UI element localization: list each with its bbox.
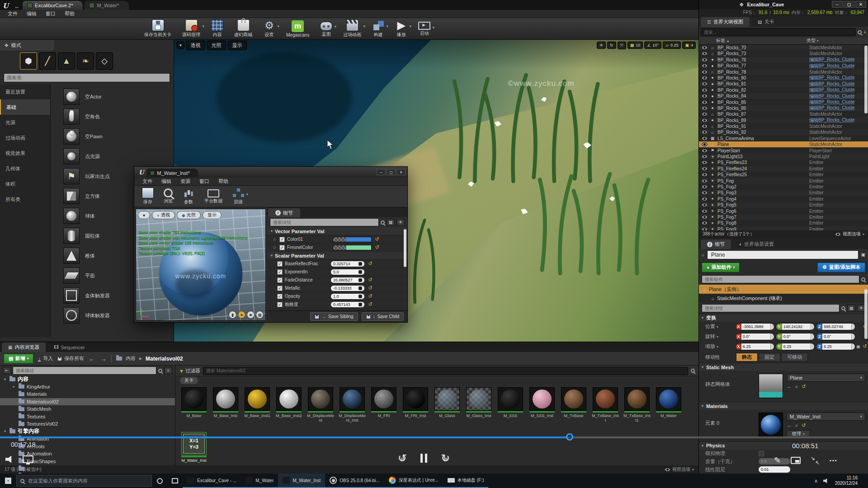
browse-to-icon[interactable]: ⌕ xyxy=(795,384,798,389)
linear-damping-field[interactable]: 0.01 xyxy=(759,466,790,473)
place-actor-item[interactable]: 空角色 xyxy=(51,107,174,127)
viewport-mode-show[interactable]: 显示 xyxy=(228,41,247,50)
table-row[interactable]: ✶ PS_Fireflies25 Emitter xyxy=(699,172,868,178)
tray-volume-icon[interactable] xyxy=(823,479,830,483)
asset-tile[interactable]: M_TxBase_Inst1 xyxy=(623,387,651,422)
visibility-eye-icon[interactable] xyxy=(702,179,708,183)
toolbar-button[interactable]: 浏览 xyxy=(160,188,177,205)
toolbar-button[interactable]: 启动 xyxy=(414,20,434,38)
folder-tree-row[interactable]: ▾ 引擎内容 xyxy=(0,428,175,436)
menu-item[interactable]: 资源 xyxy=(176,178,195,185)
material-details-search-input[interactable] xyxy=(270,218,379,226)
table-row[interactable]: ✶ PS_Fog Emitter xyxy=(699,178,868,183)
transform-row-label[interactable]: 位置 ▾ xyxy=(705,323,735,330)
reset-to-default-icon[interactable]: ↺ xyxy=(374,236,380,242)
details-scrollbar[interactable] xyxy=(864,289,868,339)
blueprint-add-script-button[interactable]: ⚙蓝图/添加脚本 xyxy=(817,263,865,272)
breadcrumb-current[interactable]: Materialsvol02 xyxy=(146,356,183,362)
picture-in-picture-icon[interactable] xyxy=(791,457,801,464)
reset-to-default-icon[interactable]: ↺ xyxy=(367,301,373,307)
tab-levels[interactable]: ▤关卡 xyxy=(751,17,780,27)
table-row[interactable]: ✶ PS_Fireflies23 Emitter xyxy=(699,160,868,165)
toolbar-button[interactable]: 保存当前关卡 xyxy=(140,19,175,39)
tab-sequencer[interactable]: 🎞Sequencer xyxy=(47,343,91,352)
display-filter-eye-icon[interactable]: 👁 xyxy=(396,219,405,226)
back-arrow-icon[interactable]: ← xyxy=(11,3,23,10)
edit-pencil-icon[interactable]: ✎ xyxy=(774,455,781,465)
visibility-eye-icon[interactable] xyxy=(702,155,708,159)
maximize-button[interactable]: ▢ xyxy=(387,169,396,175)
asset-tile[interactable]: M_Base_Inst xyxy=(212,387,240,422)
visibility-eye-icon[interactable] xyxy=(702,82,708,86)
table-row[interactable]: ✶ PS_Fog9 Emitter xyxy=(699,226,868,230)
taskbar-window-button[interactable]: OBS 25.0.8 (64-bi... xyxy=(325,474,384,488)
asset-tile[interactable]: M_TxBase_Inst xyxy=(591,387,619,422)
viewport-options-button[interactable]: ▾ xyxy=(138,211,150,219)
table-row[interactable]: ⌂ BP_Rocks_87 StaticMeshActor xyxy=(699,111,868,117)
toolbar-button[interactable]: 保存 xyxy=(138,187,158,206)
vector-parameter-group[interactable]: ▾Vector Parameter Val xyxy=(267,227,407,235)
folder-tree-row[interactable]: ▸ KingArthur xyxy=(0,383,175,391)
modes-category[interactable]: 最近放置 xyxy=(0,84,50,99)
x-value-field[interactable]: X0.0° xyxy=(735,333,774,340)
preview-shape-sphere-icon[interactable]: ● xyxy=(238,311,245,319)
viewport-mode-perspective[interactable]: 透视 xyxy=(186,41,205,50)
y-value-field[interactable]: Y0.0° xyxy=(776,333,815,340)
visibility-eye-icon[interactable] xyxy=(702,197,708,201)
grid-snap-value[interactable]: ▦10 xyxy=(627,42,643,49)
parameter-checkbox[interactable]: ✓ xyxy=(279,237,285,242)
asset-tile[interactable]: M_Water xyxy=(655,387,683,422)
table-row[interactable]: ⌂ Plane StaticMeshActor xyxy=(699,141,868,147)
table-row[interactable]: ✶ PS_Fog5 Emitter xyxy=(699,202,868,208)
modes-category[interactable]: 基础 xyxy=(0,99,50,115)
visibility-eye-icon[interactable] xyxy=(702,209,708,213)
rotate-tool-icon[interactable]: ↻ xyxy=(607,42,616,49)
path-search-input[interactable] xyxy=(13,366,156,375)
parameter-checkbox[interactable]: ✓ xyxy=(279,245,285,250)
toolbar-button[interactable]: 平台数据 xyxy=(200,188,226,205)
visibility-eye-icon[interactable] xyxy=(702,106,708,110)
visibility-eye-icon[interactable] xyxy=(702,52,708,56)
reset-icon[interactable]: ↺ xyxy=(802,422,806,428)
z-value-field[interactable]: Z6.25 xyxy=(816,343,855,350)
tab-content-browser[interactable]: ▦内容浏览器 xyxy=(2,343,46,352)
maximize-button[interactable]: ▢ xyxy=(844,1,854,8)
asset-tile[interactable]: M_Glass xyxy=(433,387,461,422)
parameter-value-field[interactable]: -0.133333 xyxy=(330,285,365,291)
toolbar-button[interactable]: 层级 xyxy=(228,187,248,206)
start-button[interactable] xyxy=(0,474,16,488)
column-type[interactable]: 类型 ▾ xyxy=(807,38,868,44)
visibility-eye-icon[interactable] xyxy=(702,112,708,116)
outliner-search-input[interactable] xyxy=(701,28,856,36)
tray-expand-icon[interactable]: ∧ xyxy=(814,478,818,484)
asset-search-input[interactable] xyxy=(203,367,688,375)
material-window-tab[interactable]: M_Water_Inst* xyxy=(146,169,198,178)
asset-tile[interactable]: M_Base xyxy=(180,387,208,422)
visibility-eye-icon[interactable] xyxy=(702,76,708,80)
more-options-icon[interactable]: ••• xyxy=(830,458,838,463)
close-button[interactable]: ✕ xyxy=(855,1,866,8)
place-actor-item[interactable]: 空Actor xyxy=(51,87,174,107)
visibility-eye-icon[interactable] xyxy=(702,149,708,153)
minimize-button[interactable]: ─ xyxy=(832,1,843,8)
material-dropdown[interactable]: M_Water_Inst▾ xyxy=(787,413,865,421)
property-matrix-icon[interactable]: ▦ xyxy=(847,305,855,312)
visibility-eye-icon[interactable] xyxy=(702,118,708,122)
materials-section-header[interactable]: ▾Materials xyxy=(699,402,868,410)
mode-geometry-icon[interactable] xyxy=(96,52,113,70)
visibility-eye-icon[interactable] xyxy=(702,64,708,68)
visibility-eye-icon[interactable] xyxy=(702,58,708,62)
mode-landscape-icon[interactable] xyxy=(77,52,94,70)
y-value-field[interactable]: Y140.24192 xyxy=(776,323,815,330)
asset-tile[interactable]: M_DisplaceMent xyxy=(307,387,335,422)
save-child-button[interactable]: ↓Save Child xyxy=(362,312,404,321)
material-thumbnail[interactable] xyxy=(759,413,783,437)
material-preview-viewport[interactable]: ▾ ◗透视 ◆光照 显示 Base pass shader 756 instru… xyxy=(136,209,266,321)
table-row[interactable]: ✶ PS_Fog8 Emitter xyxy=(699,220,868,226)
material-details-scrollbar[interactable] xyxy=(404,229,406,267)
mobility-option[interactable]: 静态 xyxy=(736,353,758,361)
breadcrumb-root[interactable]: 内容 xyxy=(126,355,136,362)
asset-tile[interactable]: M_SSS_Inst xyxy=(528,387,556,422)
reset-to-default-icon[interactable]: ↺ xyxy=(367,293,373,299)
menu-item[interactable]: 帮助 xyxy=(214,178,233,185)
